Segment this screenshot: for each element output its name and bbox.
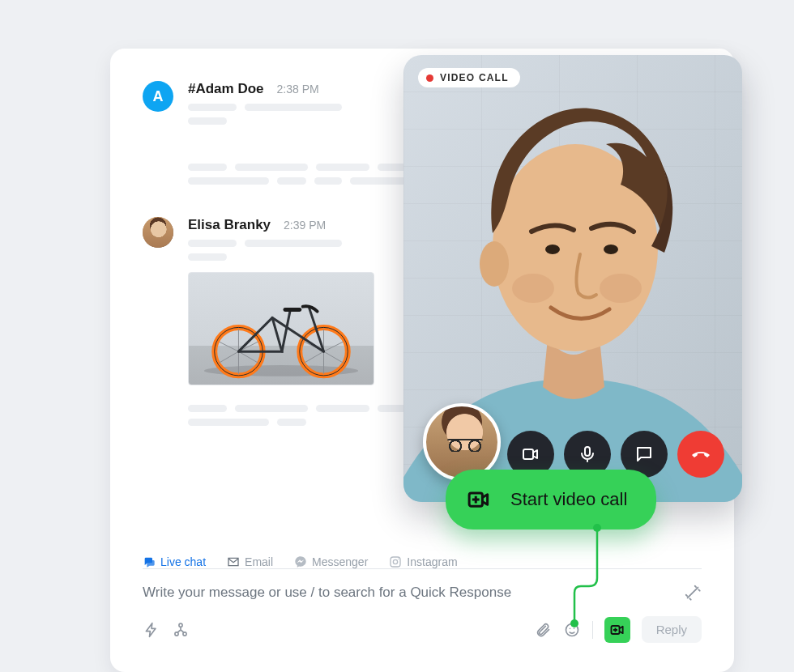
messenger-icon (294, 555, 307, 568)
end-call-button[interactable] (677, 431, 724, 478)
svg-point-28 (480, 241, 509, 287)
avatar-elisa (143, 217, 173, 248)
svg-point-30 (604, 245, 618, 254)
reply-button[interactable]: Reply (642, 616, 702, 643)
svg-line-9 (220, 351, 239, 363)
tab-email[interactable]: Email (227, 555, 273, 568)
start-video-call-label: Start video call (510, 489, 627, 510)
email-icon (227, 555, 240, 568)
video-plus-icon (465, 486, 493, 513)
chat-bubbles-icon (143, 555, 156, 568)
tab-label: Instagram (407, 555, 457, 568)
attachment-icon[interactable] (534, 621, 552, 639)
svg-rect-34 (585, 447, 590, 456)
svg-point-32 (600, 274, 642, 303)
divider (592, 621, 593, 639)
tab-live-chat[interactable]: Live chat (143, 555, 206, 568)
start-video-call-icon-button[interactable] (604, 617, 630, 643)
svg-rect-17 (391, 557, 400, 567)
svg-point-29 (545, 245, 560, 254)
message-input[interactable] (143, 585, 684, 601)
workflow-icon[interactable] (172, 621, 190, 639)
svg-line-10 (220, 342, 239, 351)
svg-point-18 (394, 559, 398, 564)
svg-point-31 (512, 274, 554, 303)
start-video-call-button[interactable]: Start video call (446, 470, 656, 530)
tab-instagram[interactable]: Instagram (389, 555, 457, 568)
sender-name: #Adam Doe (188, 81, 264, 97)
channel-tabs: Live chat Email Messenger Instagram (143, 555, 458, 568)
svg-point-20 (179, 623, 182, 627)
svg-point-19 (398, 559, 399, 559)
emoji-icon[interactable] (563, 621, 581, 639)
svg-rect-33 (523, 449, 533, 459)
sender-name: Elisa Branky (188, 217, 271, 233)
lightning-icon[interactable] (143, 621, 160, 639)
svg-line-12 (324, 342, 344, 351)
tab-messenger[interactable]: Messenger (294, 555, 368, 568)
svg-line-7 (238, 351, 258, 363)
message-time: 2:38 PM (277, 83, 319, 96)
composer: Reply (143, 568, 702, 643)
svg-point-23 (566, 623, 578, 636)
video-call-badge: VIDEO CALL (418, 68, 520, 87)
avatar-adam: A (143, 81, 173, 112)
svg-point-24 (569, 627, 570, 629)
tab-label: Email (245, 555, 273, 568)
instagram-icon (389, 555, 402, 568)
message-time: 2:39 PM (284, 219, 326, 232)
tab-label: Messenger (312, 555, 368, 568)
magic-wand-icon[interactable] (684, 584, 702, 602)
attachment-image[interactable] (188, 272, 374, 385)
video-call-window: VIDEO CALL (403, 55, 742, 502)
badge-label: VIDEO CALL (440, 72, 509, 83)
svg-line-13 (324, 351, 344, 363)
svg-line-15 (305, 351, 324, 363)
svg-point-25 (573, 627, 574, 629)
recording-indicator-icon (426, 74, 433, 82)
tab-label: Live chat (160, 555, 206, 568)
